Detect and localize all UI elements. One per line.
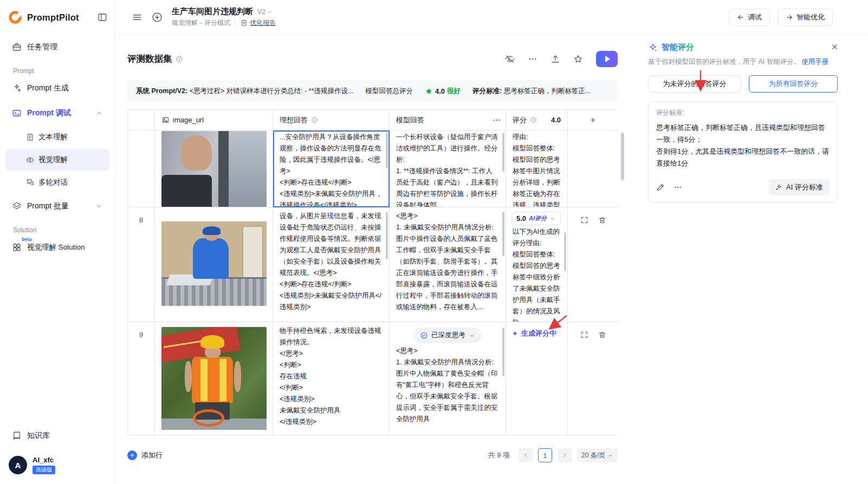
document-icon <box>26 133 34 141</box>
model-answer-text[interactable]: <思考> 1. 未佩戴安全防护用具情况分析: 图片中人物佩戴了黄色安全帽（印有“… <box>390 345 506 428</box>
edit-icon[interactable] <box>656 183 665 192</box>
add-circle-icon[interactable] <box>151 11 163 23</box>
add-column-button[interactable]: + <box>568 110 618 130</box>
trash-icon[interactable] <box>598 331 606 435</box>
chevron-down-icon <box>469 332 475 339</box>
cell-row-actions <box>568 207 618 322</box>
report-icon <box>241 19 248 27</box>
sidebar-item-visual-solution[interactable]: beta 视觉理解 Solution <box>5 236 109 259</box>
smart-optimize-button[interactable]: 智能优化 <box>778 9 833 26</box>
manual-link[interactable]: 使用手册 <box>801 58 828 66</box>
score-all-button[interactable]: 为所有回答评分 <box>749 75 838 93</box>
sidebar-item-visual-understanding[interactable]: 视觉理解 <box>5 149 109 171</box>
panel-title: 智能评分 <box>662 42 694 53</box>
info-icon[interactable] <box>176 55 183 63</box>
criteria-card: 评分标准: 思考标签正确，判断标签正确，且违规类型和理想回答一致，得5分； 否则… <box>648 101 838 202</box>
sidebar-item-multi-turn[interactable]: 多轮对话 <box>5 172 109 193</box>
row-image[interactable] <box>161 131 267 207</box>
cell-ideal-answer[interactable]: 设备，从图片呈现信息看，未发现设备处于危险状态仍运行、未按操作规程使用设备等情况… <box>273 207 390 322</box>
add-row-label: 添加行 <box>141 450 163 460</box>
ideal-answer-text[interactable]: ...安全防护用具？从设备操作角度观察，操作设备的方法明显存在危险，因此属于违规… <box>273 130 389 207</box>
cell-ideal-answer[interactable]: ...安全防护用具？从设备操作角度观察，操作设备的方法明显存在危险，因此属于违规… <box>273 130 390 207</box>
expand-icon[interactable] <box>580 216 588 322</box>
ai-criteria-button[interactable]: AI 评分标准 <box>769 179 830 195</box>
cell-model-answer[interactable]: 一个长杆状设备（疑似用于窗户清洁或维护的工具）进行操作。经分析: 1. **违规… <box>390 130 506 207</box>
sidebar-item-prompt-batch[interactable]: Prompt 批量 <box>5 195 109 218</box>
play-icon <box>605 56 610 62</box>
info-icon[interactable] <box>311 116 318 123</box>
add-row-button[interactable]: 添加行 <box>127 450 163 460</box>
promptpilot-logo-icon <box>8 10 23 25</box>
cell-model-answer[interactable]: <思考> 1. 未佩戴安全防护用具情况分析: 图片中操作设备的人员佩戴了蓝色工作… <box>390 207 506 322</box>
table-scrollbar[interactable] <box>621 133 624 180</box>
cell-row-actions <box>568 322 618 435</box>
ai-sparkle-icon <box>775 184 783 191</box>
chat-bubbles-icon <box>26 179 34 187</box>
page-size-select[interactable]: 20 条/页 <box>577 448 618 462</box>
prev-page-button[interactable] <box>519 448 533 462</box>
menu-icon[interactable] <box>132 12 142 23</box>
th-model-answer: 模型回答 <box>390 110 506 130</box>
cell-row-actions <box>568 130 618 207</box>
cell-score[interactable]: 5.0 AI评分 以下为AI生成的评分理由: 模型回答整体: 模型回答的思考标签… <box>506 207 568 322</box>
more-icon[interactable] <box>528 54 537 64</box>
cell-model-answer[interactable]: 已深度思考 <思考> 1. 未佩戴安全防护用具情况分析: 图片中人物佩戴了黄色安… <box>390 322 506 435</box>
trash-icon[interactable] <box>598 216 606 322</box>
star-icon[interactable] <box>573 54 583 64</box>
plus-icon <box>127 450 137 460</box>
smart-scoring-panel: 智能评分 基于你对模型回答的评分标准，用于 AI 智能评分。使用手册 为未评分的… <box>639 42 846 202</box>
th-image-url: image_url <box>155 110 273 130</box>
cell-image <box>155 322 273 435</box>
debug-button[interactable]: 调试 <box>729 9 770 26</box>
ideal-answer-text[interactable]: 物手持橙色绳索，未发现设备违规操作情况。 </思考> <判断> 存在违规 </判… <box>273 322 389 431</box>
sidebar-item-text-understanding[interactable]: 文本理解 <box>5 126 109 148</box>
plus-label: + <box>591 115 595 125</box>
score-unscored-button[interactable]: 为未评分的回答评分 <box>648 75 741 93</box>
arrow-left-icon <box>737 14 744 21</box>
model-answer-text[interactable]: <思考> 1. 未佩戴安全防护用具情况分析: 图片中操作设备的人员佩戴了蓝色工作… <box>390 207 506 316</box>
sidebar-item-task-management[interactable]: 任务管理 <box>5 36 109 58</box>
version-label: V2 <box>257 8 265 16</box>
score-generating-status[interactable]: 生成评分中 <box>506 322 567 338</box>
chevron-down-icon <box>95 202 103 210</box>
ai-score-selector[interactable]: 5.0 AI评分 <box>511 212 561 225</box>
run-button[interactable] <box>596 51 618 67</box>
terminal-icon <box>12 108 22 118</box>
deep-thinking-toggle[interactable]: 已深度思考 <box>413 328 482 343</box>
score-reason-text[interactable]: 以下为AI生成的评分理由: 模型回答整体: 模型回答的思考标签中细致分析了未佩戴… <box>506 226 567 322</box>
cell-ideal-answer[interactable]: 物手持橙色绳索，未发现设备违规操作情况。 </思考> <判断> 存在违规 </判… <box>273 322 390 435</box>
sidebar-collapse-icon[interactable] <box>98 12 107 22</box>
model-answer-text[interactable]: 一个长杆状设备（疑似用于窗户清洁或维护的工具）进行操作。经分析: 1. **违规… <box>390 130 506 207</box>
row-image[interactable] <box>161 327 267 430</box>
sidebar-item-knowledge-base[interactable]: 知识库 <box>5 424 109 447</box>
ideal-answer-text[interactable]: 设备，从图片呈现信息看，未发现设备处于危险状态仍运行、未按操作规程使用设备等情况… <box>273 207 389 316</box>
sidebar-item-prompt-generate[interactable]: Prompt 生成 <box>5 77 109 100</box>
version-selector[interactable]: V2 <box>257 8 273 16</box>
sidebar-item-prompt-debug[interactable]: Prompt 调试 <box>5 102 109 125</box>
grid-icon <box>12 243 22 252</box>
run-summary-bar[interactable]: 系统 Prompt/V2: <思考过程> 对错误样本进行分类总结: - **违规… <box>127 80 618 102</box>
close-icon[interactable] <box>831 43 839 51</box>
more-icon[interactable] <box>673 183 682 192</box>
cell-score[interactable]: 生成评分中 <box>506 322 568 435</box>
sidebar-item-label: 视觉理解 <box>38 155 68 165</box>
rating-star-icon <box>425 87 433 95</box>
info-icon[interactable] <box>530 116 537 123</box>
chevron-up-icon <box>95 109 103 117</box>
row-image[interactable] <box>161 221 267 306</box>
next-page-button[interactable] <box>558 448 572 462</box>
beta-badge: beta <box>22 237 32 242</box>
upload-icon[interactable] <box>550 54 560 64</box>
user-account[interactable]: A AI_xfc 高级版 <box>0 448 115 484</box>
panel-description: 基于你对模型回答的评分标准，用于 AI 智能评分。 <box>648 58 800 66</box>
more-icon[interactable] <box>493 116 501 125</box>
model-score-label: 模型回答总评分 <box>365 87 413 96</box>
optimize-report-link[interactable]: 优化报告 <box>241 18 276 28</box>
sidebar: PromptPilot 任务管理 Prompt Prompt 生成 Prompt… <box>0 0 115 484</box>
expand-icon[interactable] <box>580 331 588 435</box>
cell-score[interactable]: 理由: 模型回答整体: 模型回答的思考标签中图片情况分析详细，判断标签正确为存在… <box>506 130 568 207</box>
th-label: image_url <box>173 116 204 124</box>
current-page[interactable]: 1 <box>538 448 552 462</box>
score-reason-text[interactable]: 理由: 模型回答整体: 模型回答的思考标签中图片情况分析详细，判断标签正确为存在… <box>506 130 567 207</box>
hide-column-icon[interactable] <box>505 54 515 64</box>
